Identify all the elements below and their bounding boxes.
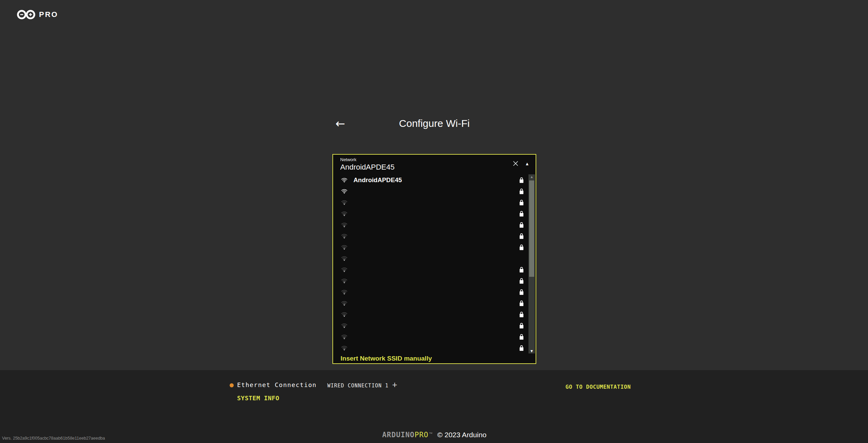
network-list-item[interactable] [333,208,529,219]
system-info-link[interactable]: SYSTEM INFO [237,394,279,402]
clear-selection-button[interactable] [512,160,519,168]
ethernet-status-dot [230,383,234,387]
network-list-item[interactable] [333,331,529,342]
footer-brand-line: ARDUINO PRO ™ © 2023 Arduino [332,431,536,439]
wifi-signal-icon [341,189,348,194]
copyright-text: © 2023 Arduino [437,431,486,439]
version-text: Vers. 25b2a9c1f005acbc78aab61b58e11eeb27… [2,436,105,441]
network-list-item[interactable]: AndroidAPDE45 [333,174,529,186]
network-list-item[interactable] [333,197,529,208]
lock-icon [519,300,524,307]
network-field-label: Network [340,157,356,162]
network-list-item[interactable] [333,320,529,331]
wifi-signal-icon [341,301,348,306]
ethernet-connection-label: Ethernet Connection [237,381,316,388]
wifi-signal-icon [341,323,348,328]
network-list-item[interactable] [333,230,529,242]
collapse-dropdown-button[interactable]: ▲ [524,161,530,166]
lock-icon [519,333,524,340]
lock-icon [519,210,524,217]
lock-icon [519,322,524,329]
scrollbar-thumb[interactable] [529,180,534,277]
header-brand: PRO [17,9,58,20]
page-title: Configure Wi-Fi [332,118,536,129]
wifi-signal-icon [341,177,348,183]
wifi-signal-icon [341,222,348,228]
network-list-item[interactable] [333,219,529,230]
network-list: AndroidAPDE45 [333,174,529,353]
network-ssid: AndroidAPDE45 [353,176,402,184]
lock-icon [519,311,524,318]
wifi-signal-icon [341,256,348,261]
lock-icon [519,289,524,295]
network-list-item[interactable] [333,342,529,353]
lock-icon [519,266,524,273]
network-list-item[interactable] [333,253,529,264]
lock-icon [519,188,524,195]
network-list-item[interactable] [333,309,529,320]
network-list-item[interactable] [333,275,529,286]
arduino-infinity-icon [17,9,36,20]
network-list-item[interactable] [333,242,529,253]
lock-icon [519,199,524,206]
network-list-item[interactable] [333,297,529,309]
wifi-signal-icon [341,278,348,284]
network-field-value: AndroidAPDE45 [340,163,394,172]
go-to-documentation-link[interactable]: GO TO DOCUMENTATION [565,384,631,390]
wifi-signal-icon [341,233,348,239]
add-connection-button[interactable]: + [392,380,397,390]
footer-brand-arduino: ARDUINO [382,431,415,439]
wifi-signal-icon [341,334,348,340]
lock-icon [519,244,524,251]
network-list-item[interactable] [333,286,529,297]
brand-pro-label: PRO [39,10,58,19]
network-list-item[interactable] [333,264,529,275]
app-root: PRO ← Configure Wi-Fi Network AndroidAPD… [0,0,868,443]
lock-icon [519,233,524,239]
wifi-signal-icon [341,245,348,250]
footer-brand-pro: PRO [414,431,428,439]
lock-icon [519,277,524,284]
footer-brand-tm: ™ [429,431,432,436]
scroll-up-icon[interactable]: ▲ [528,175,535,179]
network-list-item[interactable] [333,186,529,197]
wifi-signal-icon [341,345,348,351]
scroll-down-icon[interactable]: ▼ [528,349,535,353]
lock-icon [519,177,524,184]
network-select-field[interactable]: Network AndroidAPDE45 ▲ [333,155,536,174]
wifi-signal-icon [341,200,348,205]
scrollbar-track[interactable]: ▲ ▼ [528,174,535,353]
close-icon [513,160,519,167]
wired-connection-tab[interactable]: WIRED CONNECTION 1 [327,383,389,389]
wifi-network-dropdown: Network AndroidAPDE45 ▲ AndroidAPDE45 [332,154,536,364]
wifi-signal-icon [341,267,348,272]
wifi-signal-icon [341,211,348,216]
lock-icon [519,345,524,351]
lock-icon [519,221,524,228]
chevron-up-icon: ▲ [526,162,528,166]
manual-ssid-link[interactable]: Insert Network SSID manually [333,353,536,363]
wifi-signal-icon [341,289,348,295]
wifi-signal-icon [341,312,348,317]
